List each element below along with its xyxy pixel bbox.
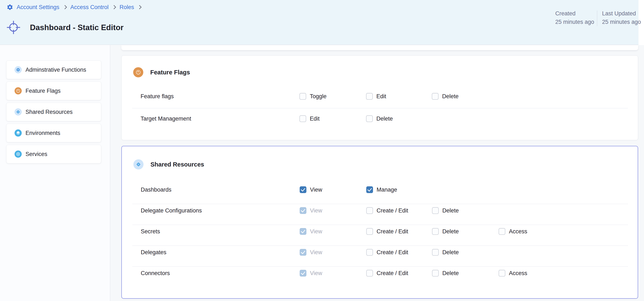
permission-checkbox-edit[interactable]: [300, 115, 306, 122]
card-title: Shared Resources: [150, 161, 204, 168]
shared-resources-icon: [134, 159, 144, 170]
sidebar-item-shared-resources[interactable]: Shared Resources: [6, 103, 101, 121]
permission-cell: Edit: [300, 115, 320, 122]
breadcrumb: Account SettingsAccess ControlRoles: [6, 3, 142, 11]
permission-label: Delete: [442, 228, 459, 235]
last-updated-meta: Last Updated 25 minutes ago: [602, 10, 641, 26]
permission-checkbox-delete[interactable]: [432, 228, 439, 235]
last-updated-label: Last Updated: [602, 10, 641, 17]
sidebar-item-label: Environments: [26, 130, 60, 136]
permission-checkbox-create-edit[interactable]: [366, 270, 373, 276]
permission-checkbox-delete[interactable]: [432, 270, 439, 276]
permission-label: Delete: [442, 270, 459, 276]
permission-label: Delete: [376, 116, 393, 122]
created-value: 25 minutes ago: [555, 18, 594, 26]
permission-label: View: [310, 249, 322, 256]
permission-cell: Edit: [366, 93, 386, 100]
last-updated-value: 25 minutes ago: [602, 18, 641, 26]
permission-cell: View: [300, 186, 322, 193]
page-title: Dashboard - Static Editor: [30, 23, 124, 32]
settings-gear-icon: [6, 4, 13, 10]
permission-checkbox-manage[interactable]: [366, 186, 373, 193]
permission-checkbox-view: [300, 249, 306, 256]
permission-label: Edit: [310, 116, 320, 122]
permission-cell: Delete: [432, 207, 459, 214]
permission-cell: Toggle: [300, 93, 327, 100]
permission-cell: Create / Edit: [366, 249, 408, 256]
permission-label: Access: [509, 228, 527, 235]
permission-card-shared-resources[interactable]: Shared ResourcesDashboardsViewManageDele…: [122, 146, 638, 299]
permission-label: Delete: [442, 93, 458, 100]
permission-checkbox-access[interactable]: [498, 228, 505, 235]
sidebar-item-services[interactable]: Services: [6, 145, 101, 163]
permission-checkbox-toggle[interactable]: [300, 93, 306, 100]
created-meta: Created 25 minutes ago: [555, 10, 594, 26]
flag-icon: [133, 67, 143, 77]
breadcrumb-link-roles[interactable]: Roles: [120, 4, 134, 10]
resource-label: Feature flags: [140, 93, 174, 100]
permission-cell: View: [300, 270, 322, 276]
permission-cell: Access: [498, 270, 527, 276]
chevron-right-icon: [112, 5, 116, 9]
row-divider: [132, 204, 628, 204]
breadcrumb-link-account-settings[interactable]: Account Settings: [17, 4, 60, 10]
gear-icon: [14, 66, 22, 73]
row-divider: [132, 266, 628, 267]
permission-label: Create / Edit: [376, 249, 408, 256]
permission-cell: View: [300, 249, 322, 256]
permission-checkbox-view: [300, 207, 306, 214]
sidebar-item-environments[interactable]: Environments: [6, 124, 101, 142]
permission-checkbox-delete[interactable]: [366, 115, 373, 122]
permission-label: View: [310, 270, 322, 276]
permission-checkbox-delete[interactable]: [432, 93, 438, 100]
permission-checkbox-view: [300, 228, 306, 235]
flag-icon: [14, 87, 22, 94]
permission-checkbox-view[interactable]: [300, 186, 306, 193]
sidebar-item-feature-flags[interactable]: Feature Flags: [6, 82, 101, 100]
sidebar-item-label: Shared Resources: [26, 109, 73, 115]
chevron-right-icon: [63, 5, 67, 9]
resource-label: Connectors: [141, 270, 170, 276]
permission-cell: Delete: [366, 115, 393, 122]
permission-label: Delete: [442, 208, 459, 214]
row-divider: [132, 246, 628, 246]
permission-checkbox-delete[interactable]: [432, 249, 439, 256]
card-header: Feature Flags: [133, 67, 190, 77]
permission-checkbox-create-edit[interactable]: [366, 249, 373, 256]
resource-row: DashboardsViewManage: [122, 180, 638, 199]
permission-checkbox-access[interactable]: [498, 270, 505, 276]
permission-checkbox-edit[interactable]: [366, 93, 373, 100]
permission-checkbox-create-edit[interactable]: [366, 207, 373, 214]
permission-label: Create / Edit: [376, 208, 408, 214]
resource-label: Dashboards: [141, 186, 172, 193]
permission-checkbox-delete[interactable]: [432, 207, 439, 214]
role-crosshair-icon: [6, 20, 21, 34]
resource-row: DelegatesViewCreate / EditDelete: [122, 243, 638, 262]
resource-row: Delegate ConfigurationsViewCreate / Edit…: [122, 201, 638, 220]
permission-checkbox-create-edit[interactable]: [366, 228, 373, 235]
resource-label: Delegate Configurations: [141, 208, 202, 214]
resource-row: Feature flagsToggleEditDelete: [122, 87, 638, 106]
permission-label: Create / Edit: [376, 228, 408, 235]
permission-cell: Create / Edit: [366, 228, 408, 235]
sidebar-item-adminstrative-functions[interactable]: Adminstrative Functions: [6, 60, 101, 79]
card-header: Shared Resources: [134, 159, 204, 170]
resource-row: Target ManagementEditDelete: [122, 110, 638, 128]
permission-cell: View: [300, 207, 322, 214]
permission-cell: Access: [498, 228, 527, 235]
permission-cell: View: [300, 228, 322, 235]
chevron-right-icon: [138, 5, 142, 9]
permission-label: Toggle: [310, 93, 327, 100]
permission-label: View: [310, 208, 322, 214]
permission-cell: Delete: [432, 228, 459, 235]
resource-label: Secrets: [141, 228, 160, 235]
sidebar-item-label: Services: [26, 151, 48, 158]
resource-row: ConnectorsViewCreate / EditDeleteAccess: [122, 264, 638, 282]
permission-card-feature-flags[interactable]: Feature FlagsFeature flagsToggleEditDele…: [122, 56, 638, 140]
permission-cell: Delete: [432, 270, 459, 276]
permission-label: Create / Edit: [376, 270, 408, 276]
breadcrumb-link-access-control[interactable]: Access Control: [70, 4, 109, 10]
permission-checkbox-view: [300, 270, 306, 276]
permission-label: Delete: [442, 249, 459, 256]
resource-category-sidebar: Adminstrative FunctionsFeature FlagsShar…: [0, 45, 110, 301]
